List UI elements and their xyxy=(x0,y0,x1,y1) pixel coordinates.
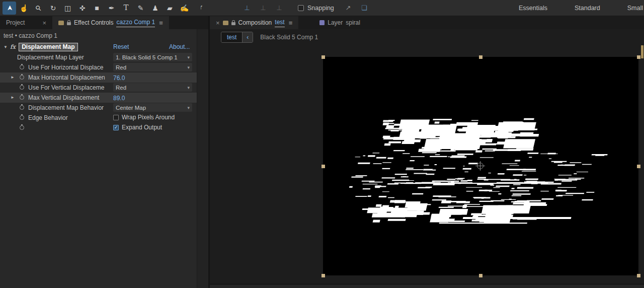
chevron-down-icon: ▾ xyxy=(187,105,190,110)
tab-composition[interactable]: × Composition test ≡ xyxy=(210,16,298,29)
panel-group-icon xyxy=(223,21,228,25)
snap-internal-wireframes-button[interactable]: ❏ xyxy=(359,3,369,14)
close-icon[interactable]: × xyxy=(42,19,46,27)
fx-badge-icon[interactable]: fx xyxy=(10,43,16,50)
breadcrumb-nav: test ‹ xyxy=(221,32,253,43)
property-row: ✓Expand Output xyxy=(0,123,197,133)
about-link[interactable]: About... xyxy=(169,43,190,50)
property-control: 76.0 xyxy=(113,73,192,82)
property-label: Edge Behavior xyxy=(28,114,68,121)
dropdown[interactable]: Center Map▾ xyxy=(113,103,192,112)
property-control: 89.0 xyxy=(113,93,192,102)
tab-layer[interactable]: Layer spiral xyxy=(313,16,366,29)
selection-handle[interactable] xyxy=(637,55,640,59)
anchor-point-icon[interactable] xyxy=(477,163,484,169)
workspace-small[interactable]: Small xyxy=(627,5,643,12)
pan-behind-tool[interactable]: ✜ xyxy=(75,2,89,15)
camera-icon: ◫ xyxy=(64,5,71,12)
panel-divider[interactable] xyxy=(210,284,644,288)
lock-icon[interactable] xyxy=(231,22,235,25)
effect-controls-subtitle: test • cazzo Comp 1 xyxy=(0,29,197,41)
selection-handle[interactable] xyxy=(321,55,325,59)
effect-name[interactable]: Displacement Map xyxy=(19,43,77,51)
camera-tool[interactable]: ◫ xyxy=(61,2,74,15)
checkbox[interactable] xyxy=(113,115,119,120)
world-axis-mode-button[interactable]: ⊥ xyxy=(258,3,269,14)
chevron-down-icon: ▾ xyxy=(187,55,190,60)
tab-effect-controls-label: Effect Controls xyxy=(74,19,113,26)
left-scrollbar[interactable] xyxy=(197,29,208,288)
selection-handle[interactable] xyxy=(637,165,640,168)
rectangle-tool[interactable]: ■ xyxy=(90,2,104,15)
breadcrumb-current[interactable]: test xyxy=(221,32,242,42)
property-value[interactable]: 89.0 xyxy=(113,94,125,102)
eraser-tool[interactable]: ▰ xyxy=(163,2,177,15)
breadcrumb-parent[interactable]: Black Solid 5 Comp 1 xyxy=(260,34,318,41)
stopwatch-icon[interactable] xyxy=(20,115,24,120)
puppet-pin-tool[interactable]: ♩ xyxy=(192,2,206,15)
chevron-down-icon: ▾ xyxy=(187,85,190,90)
zoom-tool[interactable]: ⚲ xyxy=(32,2,45,15)
clone-stamp-tool[interactable]: ♟ xyxy=(148,2,162,15)
composition-breadcrumb: test ‹ Black Solid 5 Comp 1 xyxy=(210,29,644,45)
rotation-tool[interactable]: ↻ xyxy=(46,2,60,15)
selection-handle[interactable] xyxy=(637,274,640,277)
property-label: Displacement Map Behavior xyxy=(28,104,104,111)
stopwatch-icon[interactable] xyxy=(20,95,24,100)
selection-handle[interactable] xyxy=(321,165,325,168)
selection-handle[interactable] xyxy=(479,55,482,59)
disclosure-triangle-icon[interactable]: ▼ xyxy=(4,45,8,49)
property-control: Red▾ xyxy=(113,63,192,71)
eraser-icon: ▰ xyxy=(167,5,173,12)
close-icon[interactable]: × xyxy=(216,19,220,27)
property-row: Edge BehaviorWrap Pixels Around xyxy=(0,113,197,123)
snap-beyond-edges-button[interactable]: ↗ xyxy=(343,3,353,14)
stopwatch-icon[interactable] xyxy=(20,75,24,80)
dropdown[interactable]: Red▾ xyxy=(113,83,192,92)
stopwatch-icon[interactable] xyxy=(20,65,24,69)
panel-menu-icon[interactable]: ≡ xyxy=(159,19,163,27)
property-value[interactable]: 76.0 xyxy=(113,74,125,82)
effect-controls-panel: Project × Effect Controls cazzo Comp 1 ≡… xyxy=(0,16,210,288)
chevron-down-icon: ▾ xyxy=(187,65,190,70)
expand-arrow-icon[interactable]: ► xyxy=(11,95,15,100)
stopwatch-icon[interactable] xyxy=(20,105,24,110)
selection-handle[interactable] xyxy=(479,274,482,277)
tab-effect-controls[interactable]: Effect Controls cazzo Comp 1 ≡ xyxy=(52,16,169,29)
view-axis-mode-button[interactable]: ⊥ xyxy=(274,3,285,14)
dropdown[interactable]: Red▾ xyxy=(113,63,192,71)
workspace-standard[interactable]: Standard xyxy=(575,5,600,12)
expand-arrow-icon[interactable]: ► xyxy=(11,75,15,80)
stopwatch-icon[interactable] xyxy=(20,85,24,90)
dropdown[interactable]: 1. Black Solid 5 Comp 1▾ xyxy=(113,53,192,61)
selection-tool[interactable]: ➤ xyxy=(3,2,16,15)
local-axis-mode-button[interactable]: ⊥ xyxy=(242,3,253,14)
tab-effect-controls-comp-name: cazzo Comp 1 xyxy=(116,19,155,27)
snapping-control: Snapping xyxy=(298,5,334,12)
dropdown-value: Center Map xyxy=(116,105,146,111)
selection-handle[interactable] xyxy=(321,274,325,277)
hand-tool[interactable]: ☝ xyxy=(17,2,31,15)
checkbox-control: Wrap Pixels Around xyxy=(113,113,192,121)
brush-tool[interactable]: ✎ xyxy=(134,2,147,15)
tab-project[interactable]: Project × xyxy=(0,16,52,29)
lock-icon[interactable] xyxy=(67,22,71,25)
tab-layer-comp-name: spiral xyxy=(346,19,360,26)
left-tabbar: Project × Effect Controls cazzo Comp 1 ≡ xyxy=(0,16,208,29)
composition-canvas[interactable] xyxy=(323,57,638,275)
snapping-checkbox[interactable] xyxy=(298,5,304,11)
viewport-scrollbar-thumb[interactable] xyxy=(641,45,643,58)
pen-tool[interactable]: ✒ xyxy=(105,2,118,15)
stopwatch-icon[interactable] xyxy=(20,125,24,130)
checkbox[interactable]: ✓ xyxy=(113,125,119,130)
roto-brush-tool[interactable]: ✍ xyxy=(178,2,191,15)
property-row: ►Max Vertical Displacement89.0 xyxy=(0,93,197,103)
workspace-essentials[interactable]: Essentials xyxy=(519,5,547,12)
chevron-left-icon[interactable]: ‹ xyxy=(242,32,253,42)
right-tabbar: × Composition test ≡ Layer spiral xyxy=(210,16,644,29)
type-tool[interactable]: T xyxy=(119,2,133,15)
reset-link[interactable]: Reset xyxy=(113,43,129,50)
rectangle-icon: ■ xyxy=(95,5,99,12)
panel-menu-icon[interactable]: ≡ xyxy=(289,19,293,27)
pan-behind-icon: ✜ xyxy=(79,5,86,12)
